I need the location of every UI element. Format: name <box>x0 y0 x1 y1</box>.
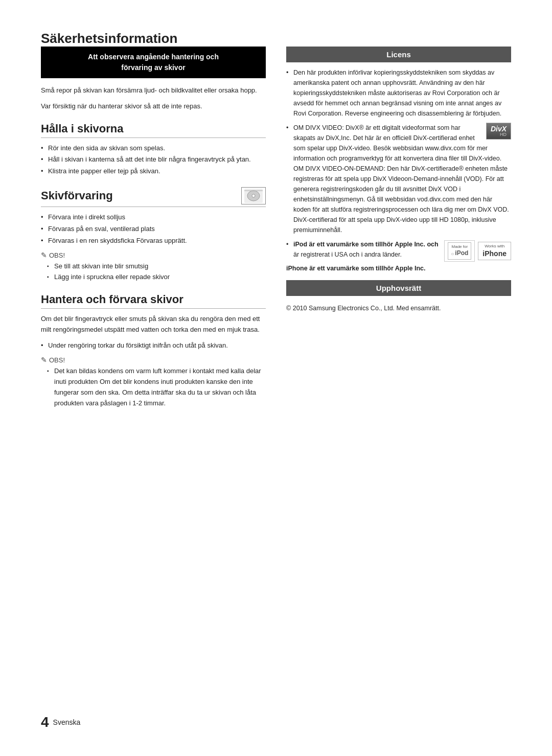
divx-logo: DivX HD <box>486 123 511 140</box>
license-item-2: DivX HD OM DIVX VIDEO: DivX® är ett digi… <box>286 123 511 235</box>
language-label: Svenska <box>53 718 81 726</box>
list-item: Under rengöring torkar du försiktigt ini… <box>41 340 266 351</box>
skivforvaring-bullets: Förvara inte i direkt solljus Förvaras p… <box>41 212 266 246</box>
hantera-bullets: Under rengöring torkar du försiktigt ini… <box>41 340 266 351</box>
list-item: Lägg inte i spruckna eller repade skivor <box>49 272 266 283</box>
upphovsratt-header: Upphovsrätt <box>286 280 511 296</box>
page-title: Säkerhetsinformation <box>41 31 511 47</box>
section-skivforvaring-title: Skivförvaring <box>41 187 266 207</box>
pencil-icon-2: ✎ <box>41 356 47 364</box>
disc-icon <box>241 187 266 204</box>
obs-box-1: ✎ OBS! Se till att skivan inte blir smut… <box>41 251 266 283</box>
obs-list-1: Se till att skivan inte blir smutsig Läg… <box>41 261 266 283</box>
right-column: Licens Den här produkten införlivar kopi… <box>286 47 511 414</box>
footer: 4 Svenska <box>41 714 80 730</box>
works-with-iphone-badge: Works with iPhone <box>478 242 511 261</box>
intro-text1: Små repor på skivan kan försämra ljud- o… <box>41 85 266 96</box>
halla-bullets: Rör inte den sida av skivan som spelas. … <box>41 143 266 177</box>
obs-label-2: ✎ OBS! <box>41 356 266 364</box>
svg-point-2 <box>252 194 255 197</box>
copyright-text: © 2010 Samsung Electronics Co., Ltd. Med… <box>286 303 511 313</box>
left-column: Att observera angående hantering och för… <box>41 47 266 414</box>
obs-box-2: ✎ OBS! Det kan bildas kondens om varm lu… <box>41 356 266 408</box>
license-bullets: Den här produkten införlivar kopieringss… <box>286 67 511 260</box>
list-item: Se till att skivan inte blir smutsig <box>49 261 266 272</box>
obs-label-1: ✎ OBS! <box>41 251 266 259</box>
list-item: Rör inte den sida av skivan som spelas. <box>41 143 266 154</box>
license-item-ipod: Made for ○ iPod Works with iPhone <box>286 239 511 260</box>
list-item: Förvaras på en sval, ventilerad plats <box>41 224 266 235</box>
info-box-line1: Att observera angående hantering och <box>88 53 219 61</box>
handling-info-box: Att observera angående hantering och för… <box>41 47 266 78</box>
list-item: Förvaras i en ren skyddsficka Förvaras u… <box>41 236 266 246</box>
pencil-icon: ✎ <box>41 251 47 259</box>
license-item-1: Den här produkten införlivar kopieringss… <box>286 67 511 119</box>
list-item: Förvara inte i direkt solljus <box>41 212 266 223</box>
iphone-trademark-text: iPhone är ett varumärke som tillhör Appl… <box>286 265 511 272</box>
obs-list-2: Det kan bildas kondens om varm luft komm… <box>41 366 266 408</box>
info-box-line2: förvaring av skivor <box>121 63 185 72</box>
list-item: Håll i skivan i kanterna så att det inte… <box>41 154 266 165</box>
intro-text2: Var försiktig när du hanterar skivor så … <box>41 101 266 112</box>
section-hantera-title: Hantera och förvara skivor <box>41 293 266 309</box>
hantera-body: Om det blir fingeravtryck eller smuts på… <box>41 314 266 335</box>
list-item: Klistra inte papper eller tejp på skivan… <box>41 166 266 177</box>
made-for-ipod-badge: Made for ○ iPod <box>444 240 475 262</box>
list-item: Det kan bildas kondens om varm luft komm… <box>49 366 266 408</box>
page-number: 4 <box>41 714 49 730</box>
section-halla-title: Hålla i skivorna <box>41 122 266 138</box>
licens-header: Licens <box>286 47 511 62</box>
